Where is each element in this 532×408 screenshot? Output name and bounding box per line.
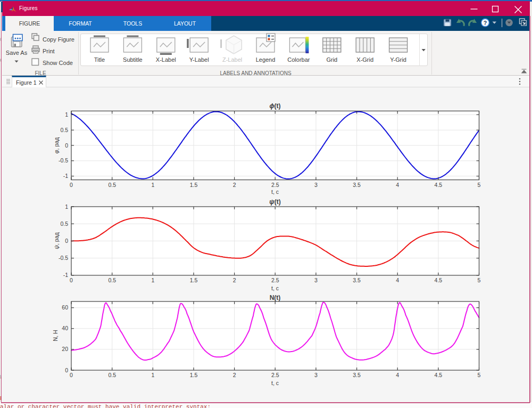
svg-text:1: 1	[151, 277, 154, 283]
svg-text:3.5: 3.5	[353, 372, 361, 378]
svg-text:3: 3	[314, 372, 318, 378]
svg-text:2: 2	[233, 182, 236, 188]
svg-text:0.5: 0.5	[60, 127, 68, 133]
svg-text:1: 1	[151, 372, 154, 378]
svg-text:1: 1	[151, 182, 154, 188]
svg-text:φ, рад: φ, рад	[53, 137, 60, 154]
svg-text:0.5: 0.5	[60, 221, 68, 227]
svg-text:0: 0	[65, 142, 68, 149]
svg-text:3.5: 3.5	[353, 182, 361, 188]
svg-text:2: 2	[233, 372, 236, 378]
svg-text:1.5: 1.5	[190, 372, 198, 378]
svg-text:1.5: 1.5	[190, 182, 198, 188]
svg-text:0: 0	[65, 367, 68, 373]
svg-text:40: 40	[62, 325, 68, 331]
svg-text:0: 0	[70, 372, 73, 378]
svg-text:4: 4	[396, 372, 399, 378]
svg-text:ϕ(t): ϕ(t)	[269, 102, 280, 110]
svg-text:-1: -1	[63, 173, 68, 179]
svg-text:5: 5	[478, 182, 481, 188]
svg-text:0.5: 0.5	[108, 277, 116, 283]
svg-text:2: 2	[233, 277, 236, 283]
svg-text:5: 5	[478, 372, 481, 378]
svg-text:3.5: 3.5	[353, 277, 361, 283]
svg-text:0: 0	[65, 238, 68, 244]
svg-text:2.5: 2.5	[271, 277, 279, 283]
svg-text:4: 4	[396, 182, 399, 188]
svg-text:N(t): N(t)	[270, 294, 281, 301]
svg-text:0: 0	[70, 277, 73, 283]
svg-text:ψ(t): ψ(t)	[269, 198, 280, 206]
svg-text:-1: -1	[63, 272, 68, 278]
svg-text:4: 4	[396, 277, 399, 283]
svg-text:t, с: t, с	[271, 189, 279, 195]
svg-text:4.5: 4.5	[435, 372, 443, 378]
svg-text:2.5: 2.5	[271, 372, 279, 378]
svg-text:2.5: 2.5	[271, 182, 279, 188]
svg-text:N, Н: N, Н	[52, 330, 59, 341]
svg-text:60: 60	[62, 304, 68, 311]
svg-text:1: 1	[65, 111, 68, 118]
svg-text:1: 1	[65, 203, 68, 210]
svg-text:ψ, рад: ψ, рад	[53, 232, 60, 249]
svg-text:-0.5: -0.5	[59, 255, 68, 261]
svg-text:3: 3	[314, 277, 318, 283]
svg-text:t, с: t, с	[271, 285, 279, 291]
svg-text:0.5: 0.5	[108, 372, 116, 378]
svg-text:0.5: 0.5	[108, 182, 116, 188]
svg-text:-0.5: -0.5	[59, 157, 68, 164]
svg-text:4.5: 4.5	[435, 277, 443, 283]
svg-text:5: 5	[478, 277, 481, 283]
svg-text:1.5: 1.5	[190, 277, 198, 283]
svg-text:0: 0	[70, 182, 73, 188]
svg-text:3: 3	[314, 182, 318, 188]
svg-text:20: 20	[62, 346, 68, 352]
svg-text:t, с: t, с	[271, 380, 279, 386]
svg-text:4.5: 4.5	[435, 182, 443, 188]
